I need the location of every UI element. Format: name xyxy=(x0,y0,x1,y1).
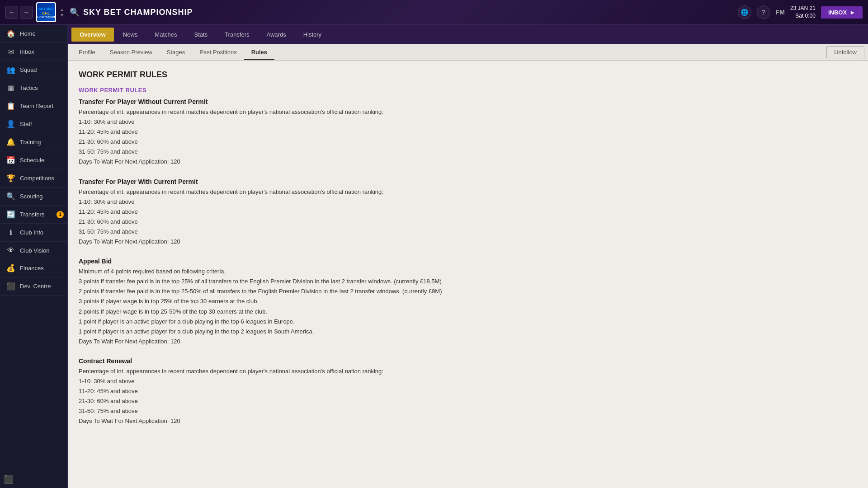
sidebar-item-home[interactable]: 🏠 Home xyxy=(0,25,67,43)
sidebar-bottom: ⬛ xyxy=(0,471,67,488)
sidebar-label-home: Home xyxy=(20,30,36,37)
sidebar-item-schedule[interactable]: 📅 Schedule xyxy=(0,151,67,169)
competitions-icon: 🏆 xyxy=(6,174,15,183)
fm-logo: FM xyxy=(776,9,785,16)
back-button[interactable]: ← xyxy=(5,6,18,19)
sidebar-label-team-report: Team Report xyxy=(20,103,53,109)
rules-subtitle: WORK PERMIT RULES xyxy=(79,87,857,94)
globe-icon[interactable]: 🌐 xyxy=(738,5,751,19)
finances-icon: 💰 xyxy=(6,264,15,272)
rule-title-appeal-bid: Appeal Bid xyxy=(79,258,857,265)
subtab-past-positions[interactable]: Past Positions xyxy=(192,45,244,60)
tab-awards[interactable]: Awards xyxy=(259,28,294,42)
sidebar-label-tactics: Tactics xyxy=(20,84,38,91)
rule-title-transfer-without: Transfer For Player Without Current Perm… xyxy=(79,98,857,105)
sidebar-item-club-info[interactable]: ℹ Club Info xyxy=(0,224,67,242)
top-bar: ← → SKY BET EFL CHAMPIONSHIP ▲ ▼ 🔍 SKY B… xyxy=(0,0,868,25)
home-icon: 🏠 xyxy=(6,29,15,38)
date-text: 23 JAN 21 xyxy=(790,5,816,12)
tab-transfers[interactable]: Transfers xyxy=(217,28,257,42)
subtab-season-preview[interactable]: Season Preview xyxy=(103,45,160,60)
sidebar-item-dev-centre[interactable]: ⬛ Dev. Centre xyxy=(0,277,67,296)
club-vision-icon: 👁 xyxy=(6,246,15,254)
sidebar-label-transfers: Transfers xyxy=(20,211,44,218)
sub-tab-bar: Profile Season Preview Stages Past Posit… xyxy=(68,44,868,61)
rule-title-contract-renewal: Contract Renewal xyxy=(79,357,857,365)
logo-down-arrow[interactable]: ▼ xyxy=(60,13,64,18)
club-info-icon: ℹ xyxy=(6,228,15,237)
rules-content: WORK PERMIT RULES WORK PERMIT RULES Tran… xyxy=(68,61,868,488)
tab-stats[interactable]: Stats xyxy=(186,28,216,42)
squad-icon: 👥 xyxy=(6,66,15,74)
rule-text-appeal-bid: Minimum of 4 points required based on fo… xyxy=(79,267,857,347)
league-logo: SKY BET EFL CHAMPIONSHIP xyxy=(36,2,56,22)
rule-text-transfer-without: Percentage of int. appearances in recent… xyxy=(79,107,857,167)
sidebar-item-scouting[interactable]: 🔍 Scouting xyxy=(0,188,67,206)
subtab-stages[interactable]: Stages xyxy=(160,45,192,60)
sidebar-label-club-info: Club Info xyxy=(20,229,43,236)
schedule-icon: 📅 xyxy=(6,156,15,164)
tab-news[interactable]: News xyxy=(115,28,146,42)
date-display: 23 JAN 21 Sat 0:00 xyxy=(790,5,816,20)
rule-block-contract-renewal: Contract Renewal Percentage of int. appe… xyxy=(79,357,857,427)
sidebar-label-training: Training xyxy=(20,139,41,145)
tactics-icon: ▦ xyxy=(6,84,15,92)
inbox-arrow-icon: ► xyxy=(849,9,855,16)
sidebar-label-schedule: Schedule xyxy=(20,157,44,164)
forward-button[interactable]: → xyxy=(20,6,33,19)
transfers-badge: 1 xyxy=(57,211,64,218)
sidebar-item-training[interactable]: 🔔 Training xyxy=(0,133,67,151)
subtab-profile[interactable]: Profile xyxy=(71,45,103,60)
rule-block-transfer-with: Transfer For Player With Current Permit … xyxy=(79,178,857,247)
search-icon[interactable]: 🔍 xyxy=(70,7,80,17)
sidebar-item-club-vision[interactable]: 👁 Club Vision xyxy=(0,242,67,259)
day-time-text: Sat 0:00 xyxy=(790,12,816,20)
rules-main-title: WORK PERMIT RULES xyxy=(79,70,857,80)
sidebar-item-tactics[interactable]: ▦ Tactics xyxy=(0,79,67,97)
sidebar-label-staff: Staff xyxy=(20,121,32,127)
league-title: SKY BET CHAMPIONSHIP xyxy=(83,8,734,17)
content-area: Overview News Matches Stats Transfers Aw… xyxy=(68,25,868,488)
sidebar-label-competitions: Competitions xyxy=(20,175,54,182)
help-icon[interactable]: ? xyxy=(757,5,770,19)
tab-bar: Overview News Matches Stats Transfers Aw… xyxy=(68,25,868,44)
subtab-rules[interactable]: Rules xyxy=(244,45,274,60)
inbox-icon: ✉ xyxy=(6,47,15,56)
training-icon: 🔔 xyxy=(6,138,15,146)
dev-centre-icon: ⬛ xyxy=(6,282,15,291)
sidebar-item-competitions[interactable]: 🏆 Competitions xyxy=(0,169,67,188)
scouting-icon: 🔍 xyxy=(6,192,15,201)
tab-overview[interactable]: Overview xyxy=(71,28,114,42)
logo-up-arrow[interactable]: ▲ xyxy=(60,7,64,12)
inbox-button[interactable]: INBOX ► xyxy=(821,6,863,19)
tab-matches[interactable]: Matches xyxy=(146,28,185,42)
sidebar-label-finances: Finances xyxy=(20,265,44,272)
sidebar-label-scouting: Scouting xyxy=(20,193,43,200)
sidebar-item-squad[interactable]: 👥 Squad xyxy=(0,61,67,79)
sidebar: 🏠 Home ✉ Inbox 👥 Squad ▦ Tactics 📋 Team … xyxy=(0,25,68,488)
team-report-icon: 📋 xyxy=(6,102,15,110)
rule-title-transfer-with: Transfer For Player With Current Permit xyxy=(79,178,857,185)
sidebar-item-transfers[interactable]: 🔄 Transfers 1 xyxy=(0,206,67,224)
unfollow-button[interactable]: Unfollow xyxy=(826,46,864,58)
sidebar-label-club-vision: Club Vision xyxy=(20,247,50,254)
sidebar-label-dev-centre: Dev. Centre xyxy=(20,283,51,290)
staff-icon: 👤 xyxy=(6,120,15,128)
tab-history[interactable]: History xyxy=(295,28,330,42)
rule-text-contract-renewal: Percentage of int. appearances in recent… xyxy=(79,366,857,427)
sidebar-item-inbox[interactable]: ✉ Inbox xyxy=(0,43,67,61)
sidebar-label-inbox: Inbox xyxy=(20,48,34,55)
nav-arrows: ← → xyxy=(5,6,33,19)
sidebar-bottom-icon[interactable]: ⬛ xyxy=(4,475,14,484)
rule-text-transfer-with: Percentage of int. appearances in recent… xyxy=(79,187,857,247)
sidebar-label-squad: Squad xyxy=(20,66,37,73)
sidebar-item-finances[interactable]: 💰 Finances xyxy=(0,259,67,277)
rule-block-appeal-bid: Appeal Bid Minimum of 4 points required … xyxy=(79,258,857,347)
sidebar-item-team-report[interactable]: 📋 Team Report xyxy=(0,97,67,115)
sidebar-item-staff[interactable]: 👤 Staff xyxy=(0,115,67,133)
transfers-icon: 🔄 xyxy=(6,210,15,219)
rule-block-transfer-without: Transfer For Player Without Current Perm… xyxy=(79,98,857,167)
logo-nav-arrows: ▲ ▼ xyxy=(60,7,64,18)
main-layout: 🏠 Home ✉ Inbox 👥 Squad ▦ Tactics 📋 Team … xyxy=(0,25,868,488)
inbox-label: INBOX xyxy=(828,9,847,16)
